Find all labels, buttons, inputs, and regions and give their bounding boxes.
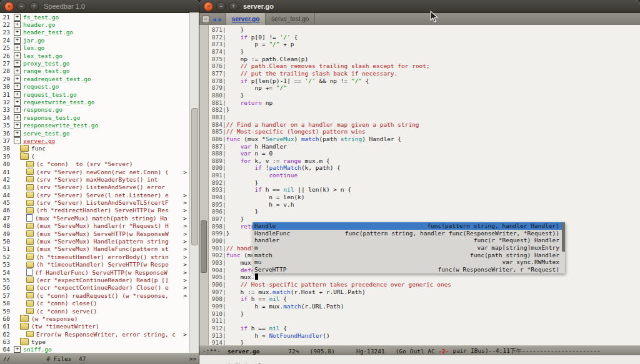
item-label[interactable]: (c *conn) to (srv *Server) xyxy=(36,160,132,167)
code-line[interactable]: 894| n = len(k) xyxy=(209,194,640,201)
code-line[interactable]: 905| mux. xyxy=(209,273,640,281)
speedbar-item[interactable]: 56(ecr *expectContinueReader) Close() e> xyxy=(0,284,189,292)
code-line[interactable]: 893| if h == nil || len(k) > n { xyxy=(209,186,640,194)
code-line[interactable]: 874| } xyxy=(209,48,640,56)
speedbar-item[interactable]: 52(h *timeoutHandler) errorBody() strin> xyxy=(0,253,189,260)
speedbar-item[interactable]: 27+proxy_test.go xyxy=(0,59,189,67)
tab-scroll-right-icon[interactable]: ▶ xyxy=(218,16,221,22)
code-line[interactable]: 875| np := path.Clean(p) xyxy=(209,56,640,63)
item-label[interactable]: response.go xyxy=(23,106,62,113)
tag-icon[interactable] xyxy=(26,246,34,252)
code-line[interactable]: 889| for k, v := range mux.m { xyxy=(209,157,640,165)
speedbar-item[interactable]: 26+lex_test.go xyxy=(0,52,189,59)
item-label[interactable]: request_test.go xyxy=(23,91,77,98)
item-label[interactable]: jar.go xyxy=(23,37,44,44)
code-line[interactable]: 882|} xyxy=(209,106,640,114)
item-label[interactable]: response_test.go xyxy=(23,114,81,121)
folder-icon[interactable] xyxy=(20,338,29,345)
item-label[interactable]: (f HandlerFunc) ServeHTTP(w ResponseW xyxy=(35,269,168,276)
popup-scrollbar[interactable] xyxy=(562,222,565,252)
speedbar-item[interactable]: 46(rh *redirectHandler) ServeHTTP(w Res> xyxy=(0,207,189,214)
code-line[interactable]: 906| // Host-specific pattern takes prec… xyxy=(209,281,640,288)
item-label[interactable]: (mux *ServeMux) Handle(pattern string xyxy=(36,238,169,245)
item-label[interactable]: responsewrite_test.go xyxy=(23,122,98,129)
item-label[interactable]: (h *timeoutHandler) ServeHTTP(w Respo xyxy=(36,261,169,268)
item-label[interactable]: (mux *ServeMux) HandleFunc(pattern st xyxy=(36,245,169,252)
speedbar-item[interactable]: 51(mux *ServeMux) HandleFunc(pattern st> xyxy=(0,245,189,253)
expand-icon[interactable]: + xyxy=(14,44,21,51)
scrollbar-thumb[interactable] xyxy=(191,108,198,245)
speedbar-item[interactable]: 22+header.go xyxy=(0,21,189,28)
speedbar-item[interactable]: 63type xyxy=(0,338,189,345)
expand-icon[interactable]: + xyxy=(14,67,21,74)
code-line[interactable]: 887| var h Handler xyxy=(209,143,640,150)
speedbar-item[interactable]: 30+request.go xyxy=(0,83,189,91)
code-line[interactable]: 913| h = NotFoundHandler() xyxy=(209,332,640,340)
item-label[interactable]: (mux *ServeMux) match(path string) Ha xyxy=(35,215,168,222)
code-line[interactable]: 883| xyxy=(209,114,640,121)
completion-item[interactable]: mvar map[string]muxEntry xyxy=(252,244,565,252)
speedbar-item[interactable]: 21+fs_test.go xyxy=(0,13,189,21)
code-line[interactable]: 884|// Find a handler on a handler map g… xyxy=(209,121,640,129)
completion-item[interactable]: Handlefunc(pattern string, handler Handl… xyxy=(252,222,565,230)
speedbar-item[interactable]: 55(ecr *expectContinueReader) Read(p []> xyxy=(0,276,189,283)
item-label[interactable]: (w *response) xyxy=(31,315,78,322)
tag-icon[interactable] xyxy=(26,277,34,283)
speedbar-item[interactable]: 31+request_test.go xyxy=(0,91,189,98)
item-label[interactable]: (tw *timeoutWriter) xyxy=(31,323,99,330)
code-line[interactable]: 888| var n = 0 xyxy=(209,150,640,157)
completion-item[interactable]: ServeHTTPfunc(w ResponseWriter, r *Reque… xyxy=(252,266,565,273)
code-line[interactable]: 892| } xyxy=(209,179,640,187)
code-line[interactable]: 881| return np xyxy=(209,99,640,107)
code-line[interactable]: 876| // path.Clean removes trailing slas… xyxy=(209,62,640,70)
tag-icon[interactable] xyxy=(26,308,34,314)
file-tag-icon[interactable] xyxy=(26,214,32,222)
code-line[interactable]: 912| if h == nil { xyxy=(209,325,640,332)
tag-icon[interactable] xyxy=(26,200,34,206)
completion-item[interactable]: matchfunc(path string) Handler xyxy=(252,252,565,259)
speedbar-item[interactable]: 44(srv *Server) Serve(l net.Listener) e> xyxy=(0,191,189,199)
folder-icon[interactable] xyxy=(20,145,29,152)
code-line[interactable]: 910| } xyxy=(209,310,640,318)
speedbar-item[interactable]: 41(srv *Server) newConn(rwc net.Conn) (> xyxy=(0,168,189,175)
tag-icon[interactable] xyxy=(26,176,34,182)
speedbar-item[interactable]: 45(srv *Server) ListenAndServeTLS(certF> xyxy=(0,199,189,206)
item-label[interactable]: (ecr *expectContinueReader) Close() e xyxy=(36,284,169,291)
item-label[interactable]: (mux *ServeMux) handler(r *Request) H xyxy=(36,222,169,229)
tag-icon[interactable] xyxy=(26,169,34,175)
code-line[interactable]: 896| } xyxy=(209,208,640,215)
item-label[interactable]: proxy_test.go xyxy=(23,60,69,67)
expand-icon[interactable]: + xyxy=(14,76,21,82)
expand-icon[interactable]: + xyxy=(14,346,21,353)
item-label[interactable]: lex.go xyxy=(23,44,44,51)
tag-icon[interactable] xyxy=(26,184,34,190)
item-label[interactable]: (srv *Server) newConn(rwc net.Conn) ( xyxy=(36,169,169,175)
completion-item[interactable]: HandleFuncfunc(pattern string, handler f… xyxy=(252,230,565,237)
code-line[interactable]: 871| } xyxy=(209,26,640,34)
item-label[interactable]: lex_test.go xyxy=(23,52,62,59)
code-line[interactable]: 897| } xyxy=(209,215,640,223)
speedbar-scrollbar[interactable] xyxy=(189,12,199,353)
item-label[interactable]: func xyxy=(31,145,46,152)
code-line[interactable]: 872| if p[0] != '/' { xyxy=(209,34,640,41)
expand-icon[interactable]: + xyxy=(14,14,21,21)
minibuffer[interactable]: :!@#$%^ ::? xyxy=(199,355,640,364)
item-label[interactable]: type xyxy=(31,338,46,345)
speedbar-item[interactable]: 57(c *conn) readRequest() (w *response,> xyxy=(0,292,189,299)
speedbar-item[interactable]: 49(mux *ServeMux) ServeHTTP(w ResponseW> xyxy=(0,230,189,237)
tag-icon[interactable] xyxy=(26,331,34,337)
speedbar-item[interactable]: 62Error(w ResponseWriter, error string, … xyxy=(0,330,189,338)
speedbar-item[interactable]: 33+response.go xyxy=(0,106,189,114)
speedbar-item[interactable]: 47(mux *ServeMux) match(path string) Ha> xyxy=(0,214,189,222)
code-line[interactable]: 885|// Most-specific (longest) pattern w… xyxy=(209,128,640,135)
tabbar-menu-icon[interactable]: − xyxy=(202,16,209,23)
code-line[interactable]: 873| p = "/" + p xyxy=(209,41,640,48)
speedbar-item[interactable]: 42(srv *Server) maxHeaderBytes() int xyxy=(0,175,189,183)
speedbar-item[interactable]: 39( xyxy=(0,152,189,160)
item-label[interactable]: requestwrite_test.go xyxy=(23,99,94,106)
item-label[interactable]: (rh *redirectHandler) ServeHTTP(w Res xyxy=(36,207,169,214)
code-line[interactable]: 879| np += "/" xyxy=(209,84,640,92)
speedbar-item[interactable]: 28+range_test.go xyxy=(0,67,189,75)
tag-icon[interactable] xyxy=(26,161,34,167)
maximize-icon[interactable]: + xyxy=(229,2,238,11)
